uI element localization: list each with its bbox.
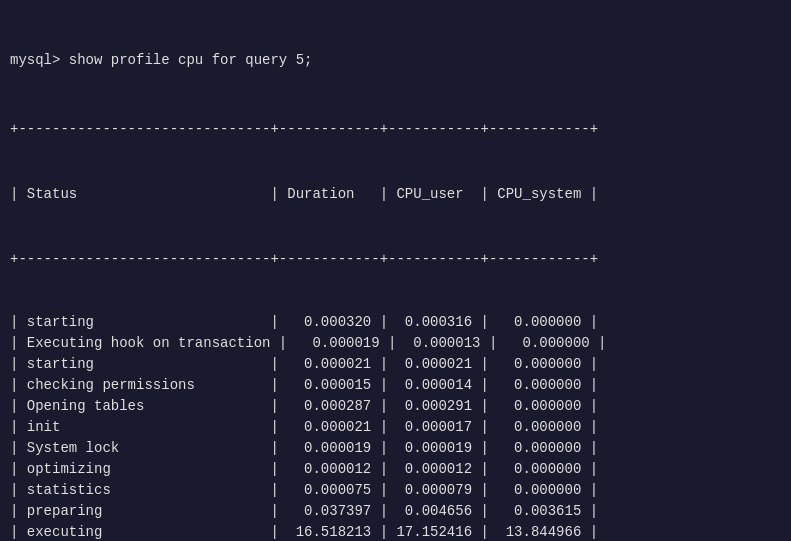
table-row: | optimizing | 0.000012 | 0.000012 | 0.0… [10,459,781,480]
divider-top: +------------------------------+--------… [10,119,781,140]
table-row: | init | 0.000021 | 0.000017 | 0.000000 … [10,417,781,438]
terminal-window: mysql> show profile cpu for query 5; +--… [0,0,791,541]
table-row: | Opening tables | 0.000287 | 0.000291 |… [10,396,781,417]
command-line: mysql> show profile cpu for query 5; [10,50,781,71]
table-row: | preparing | 0.037397 | 0.004656 | 0.00… [10,501,781,522]
table-row: | executing | 16.518213 | 17.152416 | 13… [10,522,781,541]
table-row: | statistics | 0.000075 | 0.000079 | 0.0… [10,480,781,501]
table-body: | starting | 0.000320 | 0.000316 | 0.000… [10,312,781,541]
table-row: | Executing hook on transaction | 0.0000… [10,333,781,354]
table-row: | starting | 0.000320 | 0.000316 | 0.000… [10,312,781,333]
divider-mid: +------------------------------+--------… [10,249,781,270]
table-row: | starting | 0.000021 | 0.000021 | 0.000… [10,354,781,375]
table-header: | Status | Duration | CPU_user | CPU_sys… [10,182,781,207]
table-row: | checking permissions | 0.000015 | 0.00… [10,375,781,396]
table-row: | System lock | 0.000019 | 0.000019 | 0.… [10,438,781,459]
